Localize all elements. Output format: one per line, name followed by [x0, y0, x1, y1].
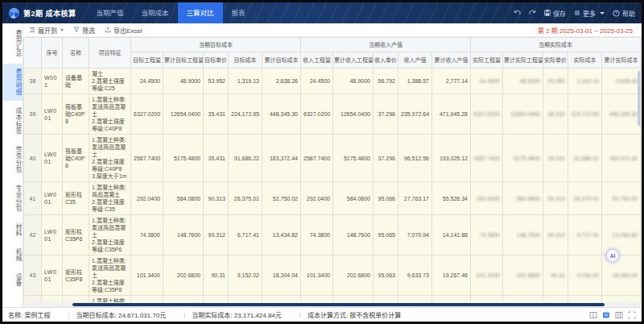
income-value-cell[interactable]: 56.792: [374, 69, 398, 94]
name-cell[interactable]: 筏板基础C40P8: [63, 135, 89, 182]
actual-value-cell[interactable]: 48.9000: [503, 69, 543, 94]
target-value-cell[interactable]: 1,319.13: [229, 69, 262, 94]
actual-value-cell[interactable]: 2587.7400: [471, 135, 503, 182]
target-value-cell[interactable]: 35.431: [204, 94, 229, 135]
income-value-cell[interactable]: 148.7600: [333, 215, 374, 255]
target-value-cell[interactable]: 90.312: [204, 215, 229, 255]
income-value-cell[interactable]: 292.0400: [301, 182, 333, 215]
target-value-cell[interactable]: 12654.0400: [163, 94, 204, 135]
target-value-cell[interactable]: 6327.0200: [131, 94, 163, 135]
actual-value-cell[interactable]: 224,172.65: [568, 94, 602, 135]
target-value-cell[interactable]: 101.3400: [131, 255, 163, 296]
sidebar-item-设备[interactable]: 设备: [2, 268, 23, 292]
serial-code-cell[interactable]: LW001: [42, 182, 63, 215]
target-value-cell[interactable]: 90.313: [204, 182, 229, 215]
name-cell[interactable]: 筏板基础C40P8: [63, 94, 89, 135]
target-value-cell[interactable]: 292.0400: [131, 182, 163, 215]
actual-value-cell[interactable]: 448,345.30: [602, 94, 641, 135]
actual-value-cell[interactable]: 9,152.02: [568, 255, 602, 296]
income-value-cell[interactable]: 584.0800: [333, 182, 374, 215]
name-cell[interactable]: 矩形柱C35: [63, 182, 89, 215]
actual-value-cell[interactable]: 18,304.04: [602, 255, 641, 296]
feature-cell[interactable]: 1.混凝土种类:泵送商品混凝土 2.混凝土强度等级:C35P6: [89, 215, 131, 255]
income-value-cell[interactable]: 37.296: [374, 94, 398, 135]
income-value-cell[interactable]: 95.063: [374, 255, 398, 296]
actual-value-cell[interactable]: 101.3400: [471, 255, 503, 296]
actual-value-cell[interactable]: 90.307: [543, 296, 568, 303]
income-value-cell[interactable]: 2,777.14: [432, 69, 471, 94]
feature-cell[interactable]: 1.混凝土种类:商品混凝土 2.混凝土强度等级:C35: [89, 182, 131, 215]
target-value-cell[interactable]: 52,750.02: [262, 182, 301, 215]
save-button[interactable]: 保存: [544, 9, 566, 18]
more-button[interactable]: 更多: [574, 9, 605, 18]
horizontal-scrollbar[interactable]: [23, 302, 642, 307]
actual-value-cell[interactable]: 292.0400: [471, 182, 503, 215]
target-value-cell[interactable]: 370.8900: [131, 296, 163, 303]
income-value-cell[interactable]: 19,267.46: [432, 255, 471, 296]
serial-code-cell[interactable]: LW001: [42, 94, 63, 135]
card-view-icon[interactable]: [602, 311, 610, 319]
income-value-cell[interactable]: 370.8900: [301, 296, 333, 303]
actual-value-cell[interactable]: 90.31: [543, 255, 568, 296]
actual-value-cell[interactable]: 2,638.26: [602, 69, 641, 94]
tab-报表[interactable]: 报表: [223, 2, 254, 23]
sidebar-item-费用汇总[interactable]: 费用汇总: [2, 25, 23, 62]
income-value-cell[interactable]: 5175.4800: [333, 135, 374, 182]
serial-code-cell[interactable]: LW001: [42, 215, 63, 255]
income-value-cell[interactable]: 1,388.57: [398, 69, 432, 94]
serial-code-cell[interactable]: LW001: [42, 296, 63, 303]
actual-value-cell[interactable]: 6327.0200: [471, 94, 503, 135]
actual-value-cell[interactable]: 91,686.22: [568, 135, 602, 182]
actual-value-cell[interactable]: 5175.4800: [503, 135, 543, 182]
target-value-cell[interactable]: 90.31: [204, 255, 229, 296]
income-value-cell[interactable]: 27,763.17: [398, 182, 432, 215]
name-cell[interactable]: 矩形柱C35P6: [63, 215, 89, 255]
vertical-scrollbar-thumb[interactable]: [638, 71, 641, 126]
sidebar-item-材料[interactable]: 材料: [2, 218, 23, 242]
actual-value-cell[interactable]: 53.952: [543, 69, 568, 94]
target-value-cell[interactable]: 26,375.01: [229, 182, 262, 215]
income-value-cell[interactable]: 95.065: [374, 215, 398, 255]
income-value-cell[interactable]: 741.7800: [333, 296, 374, 303]
actual-value-cell[interactable]: 370.8900: [471, 296, 503, 303]
row-number-cell[interactable]: 43: [24, 255, 42, 296]
actual-value-cell[interactable]: 33,493.96: [568, 296, 602, 303]
income-value-cell[interactable]: 24.4500: [301, 69, 333, 94]
target-value-cell[interactable]: 18,304.04: [262, 255, 301, 296]
actual-value-cell[interactable]: 183,372.44: [602, 135, 641, 182]
row-number-cell[interactable]: 39: [24, 94, 42, 135]
row-number-cell[interactable]: 42: [24, 215, 42, 255]
actual-value-cell[interactable]: 6,717.41: [568, 215, 602, 255]
feature-cell[interactable]: 1.混凝土种类:泵送商品混凝土 2.混凝土强度等级:C40P8 3.厚度大于1m: [89, 135, 131, 182]
income-value-cell[interactable]: 14,141.88: [432, 215, 471, 255]
export-excel-button[interactable]: 导出Excel: [105, 26, 142, 35]
income-value-cell[interactable]: 101.3400: [301, 255, 333, 296]
actual-value-cell[interactable]: 90.312: [543, 215, 568, 255]
target-value-cell[interactable]: 224,172.65: [229, 94, 262, 135]
target-value-cell[interactable]: 74.3800: [131, 215, 163, 255]
income-value-cell[interactable]: 471,945.28: [432, 94, 471, 135]
target-value-cell[interactable]: 9,152.02: [229, 255, 262, 296]
target-value-cell[interactable]: 48.9000: [163, 69, 204, 94]
target-value-cell[interactable]: 2587.7400: [131, 135, 163, 182]
actual-value-cell[interactable]: 148.7600: [503, 215, 543, 255]
row-number-cell[interactable]: 38: [24, 69, 42, 94]
income-value-cell[interactable]: 193,025.12: [432, 135, 471, 182]
target-value-cell[interactable]: 53.952: [204, 69, 229, 94]
sidebar-item-专业分包[interactable]: 专业分包: [2, 180, 23, 217]
fullscreen-icon[interactable]: [628, 311, 636, 319]
income-value-cell[interactable]: 55,526.34: [432, 182, 471, 215]
target-value-cell[interactable]: 148.7600: [163, 215, 204, 255]
income-value-cell[interactable]: 95.066: [374, 182, 398, 215]
actual-value-cell[interactable]: 52,750.02: [602, 182, 641, 215]
actual-value-cell[interactable]: 202.6800: [503, 255, 543, 296]
actual-value-cell[interactable]: 24.4500: [471, 69, 503, 94]
income-value-cell[interactable]: 9,633.73: [398, 255, 432, 296]
row-number-cell[interactable]: 44: [24, 296, 42, 303]
income-value-cell[interactable]: 235,972.64: [398, 94, 432, 135]
feature-cell[interactable]: 1.混凝土种类:泵送商品混凝土 2.混凝土强度等级:C35P8: [89, 255, 131, 296]
target-value-cell[interactable]: 448,345.30: [262, 94, 301, 135]
actual-value-cell[interactable]: 13,434.82: [602, 215, 641, 255]
target-value-cell[interactable]: 35.431: [204, 135, 229, 182]
serial-code-cell[interactable]: W001: [42, 69, 63, 94]
